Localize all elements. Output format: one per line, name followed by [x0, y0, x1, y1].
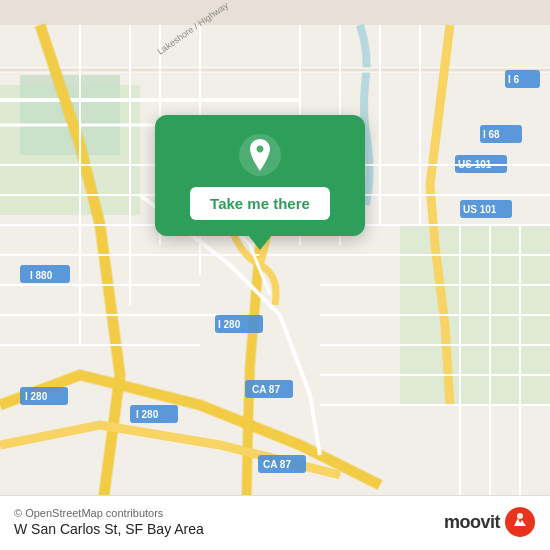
bottom-bar: © OpenStreetMap contributors W San Carlo…	[0, 495, 550, 550]
location-pin-icon	[238, 133, 282, 177]
svg-text:I 880: I 880	[30, 270, 53, 281]
svg-point-55	[505, 507, 535, 537]
moovit-logo-text: moovit	[444, 512, 500, 533]
svg-text:I 280: I 280	[136, 409, 159, 420]
popup-card: Take me there	[155, 115, 365, 236]
svg-text:US 101: US 101	[458, 159, 492, 170]
svg-text:I 68: I 68	[483, 129, 500, 140]
svg-text:I 280: I 280	[25, 391, 48, 402]
svg-text:I 6: I 6	[508, 74, 520, 85]
take-me-there-button[interactable]: Take me there	[190, 187, 330, 220]
copyright-text: © OpenStreetMap contributors	[14, 507, 204, 519]
moovit-brand-icon	[504, 506, 536, 538]
moovit-logo: moovit	[444, 506, 536, 538]
bottom-left-info: © OpenStreetMap contributors W San Carlo…	[14, 507, 204, 537]
svg-text:US 101: US 101	[463, 204, 497, 215]
svg-point-56	[517, 513, 523, 519]
location-text: W San Carlos St, SF Bay Area	[14, 521, 204, 537]
map-svg: I 880 I 280 I 280 I 280 CA 87 CA 87 US 1…	[0, 0, 550, 550]
map-container: I 880 I 280 I 280 I 280 CA 87 CA 87 US 1…	[0, 0, 550, 550]
svg-text:CA 87: CA 87	[252, 384, 280, 395]
svg-text:CA 87: CA 87	[263, 459, 291, 470]
svg-text:I 280: I 280	[218, 319, 241, 330]
